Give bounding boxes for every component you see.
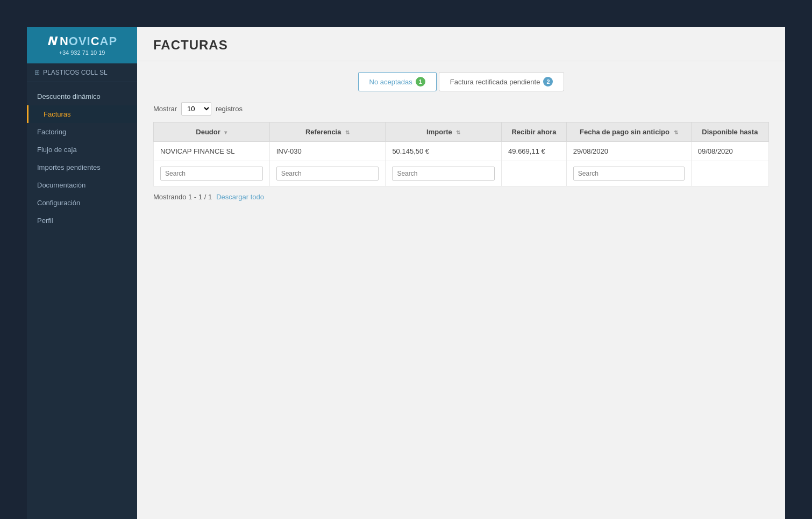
sidebar-item-configuracion[interactable]: Configuración — [27, 194, 137, 212]
logo-icon: 𝗡 — [47, 34, 56, 48]
col-deudor[interactable]: Deudor ▾ — [154, 122, 270, 142]
col-importe[interactable]: Importe ⇅ — [386, 122, 502, 142]
sort-icon-deudor: ▾ — [224, 129, 227, 135]
sidebar-item-importes-pendientes[interactable]: Importes pendientes — [27, 158, 137, 176]
sidebar-item-label: Importes pendientes — [37, 163, 101, 171]
col-recibir-ahora: Recibir ahora — [502, 122, 567, 142]
logo-phone: +34 932 71 10 19 — [59, 49, 105, 56]
cell-disponible-hasta: 09/08/2020 — [691, 142, 768, 161]
tab-label: Factura rectificada pendiente — [450, 78, 540, 86]
sort-icon-fecha: ⇅ — [674, 129, 678, 135]
sidebar-item-documentacion[interactable]: Documentación — [27, 176, 137, 194]
pagination-text: Mostrando 1 - 1 / 1 — [153, 193, 212, 201]
search-input-referencia[interactable] — [276, 167, 379, 181]
search-cell-disponible-hasta-empty — [691, 161, 768, 186]
table-controls: Mostrar 10 25 50 100 registros — [153, 102, 769, 116]
download-all-link[interactable]: Descargar todo — [216, 193, 264, 201]
facturas-table: Deudor ▾ Referencia ⇅ Importe ⇅ — [153, 122, 769, 186]
nav-section-label: Descuento dinámico — [37, 92, 101, 100]
cell-importe: 50.145,50 € — [386, 142, 502, 161]
search-input-deudor[interactable] — [160, 167, 263, 181]
company-icon: ⊞ — [34, 69, 40, 76]
sidebar-item-label: Configuración — [37, 199, 80, 207]
show-records-select[interactable]: 10 25 50 100 — [181, 102, 211, 116]
tab-no-aceptadas[interactable]: No aceptadas 1 — [358, 72, 437, 91]
tab-label: No aceptadas — [369, 78, 412, 86]
main-body: No aceptadas 1 Factura rectificada pendi… — [137, 61, 785, 508]
main-header: FACTURAS — [137, 27, 785, 61]
sidebar-item-label: Facturas — [44, 110, 71, 118]
cell-recibir-ahora: 49.669,11 € — [502, 142, 567, 161]
tabs-row: No aceptadas 1 Factura rectificada pendi… — [153, 72, 769, 91]
search-input-importe[interactable] — [392, 167, 495, 181]
search-cell-fecha-pago — [566, 161, 691, 186]
sidebar-item-factoring[interactable]: Factoring — [27, 123, 137, 141]
sidebar-company: ⊞ PLASTICOS COLL SL — [27, 63, 137, 82]
sidebar-logo: 𝗡 NOVICAP +34 932 71 10 19 — [27, 27, 137, 63]
search-cell-deudor — [154, 161, 270, 186]
page-title: FACTURAS — [153, 38, 769, 53]
sidebar-item-facturas[interactable]: Facturas — [27, 105, 137, 123]
sort-icon-referencia: ⇅ — [345, 129, 350, 135]
search-cell-importe — [386, 161, 502, 186]
tab-badge-factura-rectificada: 2 — [543, 77, 553, 86]
col-fecha-pago[interactable]: Fecha de pago sin anticipo ⇅ — [566, 122, 691, 142]
main-content: FACTURAS No aceptadas 1 Factura rectific… — [137, 27, 785, 519]
search-cell-referencia — [269, 161, 386, 186]
registros-label: registros — [216, 105, 243, 113]
tab-factura-rectificada[interactable]: Factura rectificada pendiente 2 — [439, 72, 565, 91]
sidebar-item-label: Factoring — [37, 128, 66, 136]
col-disponible-hasta: Disponible hasta — [691, 122, 768, 142]
mostrar-label: Mostrar — [153, 105, 177, 113]
sort-icon-importe: ⇅ — [456, 129, 460, 135]
table-row: NOVICAP FINANCE SL INV-030 50.145,50 € 4… — [154, 142, 769, 161]
sidebar-item-descuento-dinamico[interactable]: Descuento dinámico — [27, 88, 137, 105]
company-name: PLASTICOS COLL SL — [43, 69, 108, 76]
col-referencia[interactable]: Referencia ⇅ — [269, 122, 386, 142]
cell-fecha-pago: 29/08/2020 — [566, 142, 691, 161]
pagination-info: Mostrando 1 - 1 / 1 Descargar todo — [153, 193, 769, 201]
cell-referencia: INV-030 — [269, 142, 386, 161]
tab-badge-no-aceptadas: 1 — [416, 77, 425, 86]
footer-text: Términos y Condiciones | Copyright 2020 … — [137, 508, 785, 519]
sidebar-nav: Descuento dinámico Facturas Factoring Fl… — [27, 82, 137, 519]
table-search-row — [154, 161, 769, 186]
sidebar-item-label: Documentación — [37, 181, 86, 189]
sidebar-item-label: Perfil — [37, 217, 53, 225]
sidebar: 𝗡 NOVICAP +34 932 71 10 19 ⊞ PLASTICOS C… — [27, 27, 137, 519]
search-cell-recibir-ahora-empty — [502, 161, 567, 186]
search-input-fecha-pago[interactable] — [573, 167, 685, 181]
logo-text: NOVICAP — [60, 34, 117, 48]
sidebar-item-flujo-de-caja[interactable]: Flujo de caja — [27, 141, 137, 158]
cell-deudor: NOVICAP FINANCE SL — [154, 142, 270, 161]
sidebar-item-perfil[interactable]: Perfil — [27, 212, 137, 229]
sidebar-item-label: Flujo de caja — [37, 146, 77, 154]
